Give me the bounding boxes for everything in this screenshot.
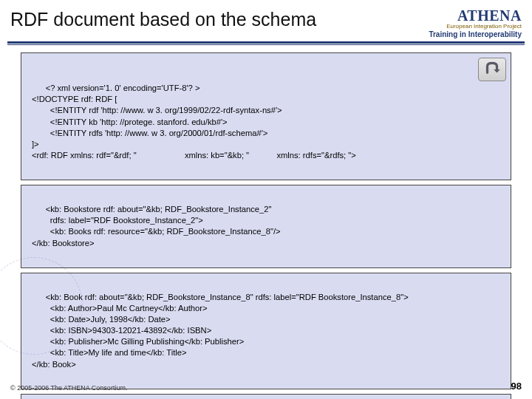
code-block-2: <kb: Bookstore rdf: about="&kb; RDF_Book… xyxy=(21,185,511,268)
code-block-4: </rdf: RDF> xyxy=(21,394,511,399)
code-text-2: <kb: Bookstore rdf: about="&kb; RDF_Book… xyxy=(32,205,281,247)
u-turn-arrow-icon xyxy=(482,61,502,78)
content-area: <? xml version='1. 0' encoding='UTF-8'? … xyxy=(0,52,532,399)
page-title: RDF document based on the schema xyxy=(10,7,316,30)
athena-logo: ATHENA European Integration Project Trai… xyxy=(429,7,522,38)
header-bar: RDF document based on the schema ATHENA … xyxy=(0,0,532,38)
header-divider xyxy=(0,41,532,45)
logo-main-text: ATHENA xyxy=(457,7,522,24)
logo-tagline: Training in Interoperability xyxy=(429,30,522,38)
logo-sub-text: European Integration Project xyxy=(429,23,522,30)
copyright-text: © 2005-2006 The ATHENA Consortium. xyxy=(10,384,127,392)
code-block-1: <? xml version='1. 0' encoding='UTF-8'? … xyxy=(21,52,511,180)
page-number: 98 xyxy=(511,381,522,392)
code-text-3: <kb: Book rdf: about="&kb; RDF_Bookstore… xyxy=(32,293,409,369)
footer-bar: © 2005-2006 The ATHENA Consortium. 98 xyxy=(10,381,522,392)
code-block-3: <kb: Book rdf: about="&kb; RDF_Bookstore… xyxy=(21,273,511,389)
code-text-1: <? xml version='1. 0' encoding='UTF-8'? … xyxy=(32,83,356,160)
return-icon[interactable] xyxy=(478,58,506,81)
slide: RDF document based on the schema ATHENA … xyxy=(0,0,532,399)
